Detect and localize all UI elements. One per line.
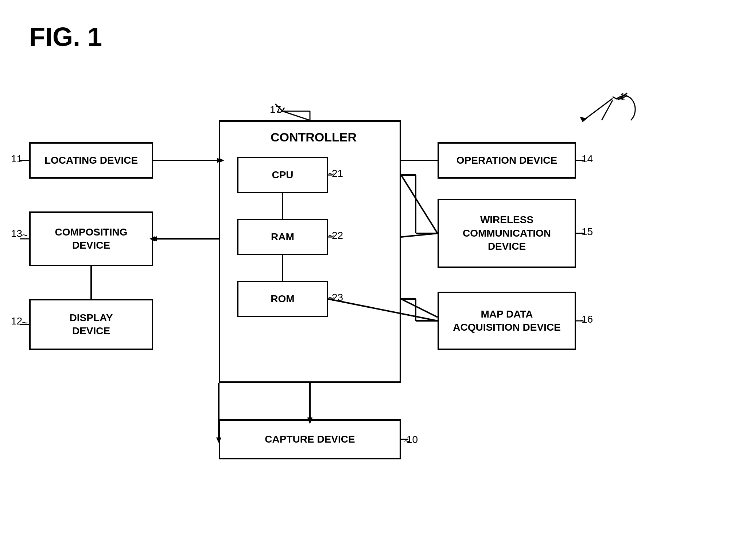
cpu-box: CPU	[237, 157, 328, 193]
compositing-device-box: COMPOSITING DEVICE	[29, 211, 153, 266]
svg-line-11	[401, 175, 438, 233]
svg-line-12	[401, 299, 438, 317]
svg-line-49	[602, 100, 613, 120]
operation-device-box: OPERATION DEVICE	[438, 142, 576, 179]
capture-device-box: CAPTURE DEVICE	[219, 419, 401, 459]
wireless-comm-box: WIRELESS COMMUNICATION DEVICE	[438, 199, 576, 268]
ref-12: 12	[11, 315, 22, 327]
ram-box: RAM	[237, 219, 328, 255]
svg-line-8	[583, 98, 613, 120]
figure-title: FIG. 1	[29, 22, 102, 52]
ref-1: 1	[620, 91, 626, 103]
rom-box: ROM	[237, 281, 328, 317]
svg-line-47	[283, 111, 310, 120]
svg-marker-9	[580, 117, 587, 122]
map-data-box: MAP DATA ACQUISITION DEVICE	[438, 292, 576, 350]
ref-11: 11	[11, 153, 22, 165]
display-device-box: DISPLAY DEVICE	[29, 299, 153, 350]
svg-line-22	[401, 233, 438, 237]
locating-device-box: LOCATING DEVICE	[29, 142, 153, 179]
ref-13: 13	[11, 228, 22, 240]
ref-17: 17	[270, 104, 281, 116]
